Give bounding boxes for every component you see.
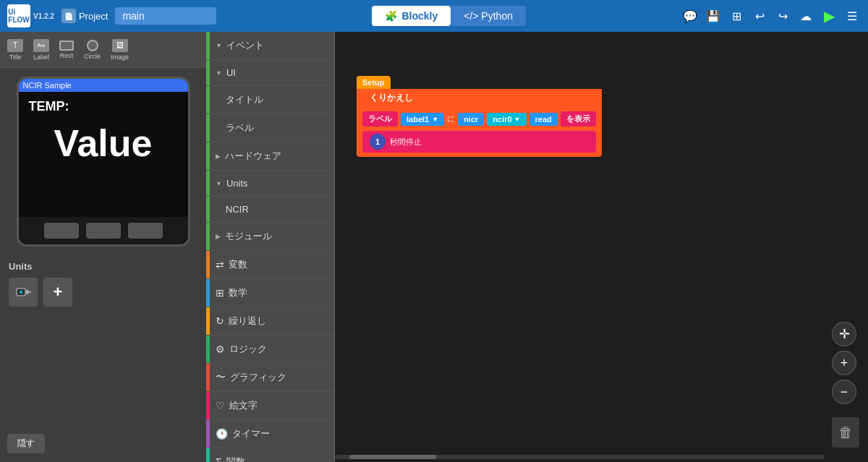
main-canvas: Setup くりかえし ラベル label1 ▼ に nicr ncir0 xyxy=(335,32,868,462)
label-pill[interactable]: ラベル xyxy=(362,111,398,127)
zoom-in-button[interactable]: + xyxy=(832,351,856,375)
block-item-ui[interactable]: ▼ UI xyxy=(210,60,334,85)
block-item-event[interactable]: ▼ イベント xyxy=(210,32,334,59)
svg-rect-4 xyxy=(29,291,31,293)
device-title-bar: NCIR Sample xyxy=(19,79,188,92)
tab-switcher: 🧩 Blockly </> Python xyxy=(224,6,674,26)
tool-title[interactable]: T Title xyxy=(7,39,23,61)
display-pill[interactable]: を表示 xyxy=(561,111,596,127)
wait-block[interactable]: 1 秒間停止 xyxy=(362,131,596,153)
nicr-pill[interactable]: nicr xyxy=(458,113,484,126)
device-btn-2 xyxy=(86,223,121,239)
block-row-module: ▶ モジュール xyxy=(206,223,334,251)
tool-label-label: Label xyxy=(33,54,49,61)
block-row-graphic: 〜 グラフィック xyxy=(206,364,334,392)
ncir0-pill[interactable]: ncir0 ▼ xyxy=(487,113,526,126)
block-row-label: ラベル xyxy=(206,114,334,142)
block-item-label[interactable]: ラベル xyxy=(210,114,334,142)
undo-icon[interactable]: ↩ xyxy=(751,7,768,25)
setup-label: Setup xyxy=(357,76,391,89)
toolbar: T Title Aa Label Rect Circle 🖼 Image xyxy=(0,32,206,68)
tool-rect[interactable]: Rect xyxy=(59,40,74,59)
tool-image[interactable]: 🖼 Image xyxy=(111,39,129,61)
canvas-scroll-thumb xyxy=(349,455,436,459)
grid-icon[interactable]: ⊞ xyxy=(728,7,745,25)
project-button[interactable]: 📄 Project xyxy=(61,9,108,23)
block-row-ncir: NCIR xyxy=(206,197,334,223)
block-row-loop: ↻ 繰り返し xyxy=(206,307,334,335)
block-item-loop[interactable]: ↻ 繰り返し xyxy=(210,307,334,335)
zoom-out-button[interactable]: − xyxy=(832,380,856,404)
block-item-graphic[interactable]: 〜 グラフィック xyxy=(210,364,334,391)
wait-text: 秒間停止 xyxy=(390,137,422,147)
tab-python[interactable]: </> Python xyxy=(451,6,526,26)
tab-blockly[interactable]: 🧩 Blockly xyxy=(372,6,451,26)
play-button[interactable]: ▶ xyxy=(820,7,838,25)
chat-icon[interactable]: 💬 xyxy=(681,7,699,25)
block-row-func: Σ 関数 xyxy=(206,448,334,462)
main-input[interactable] xyxy=(115,7,216,25)
ncir-unit-icon[interactable] xyxy=(9,278,38,307)
block-item-timer[interactable]: 🕐 タイマー xyxy=(210,420,334,448)
device-btn-3 xyxy=(128,223,163,239)
canvas-blocks: Setup くりかえし ラベル label1 ▼ に nicr ncir0 xyxy=(357,75,602,157)
block-row-var: ⇄ 変数 xyxy=(206,251,334,279)
units-label: Units xyxy=(9,261,197,272)
add-unit-button[interactable]: + xyxy=(43,278,72,307)
label1-pill[interactable]: label1 ▼ xyxy=(401,113,444,126)
blockly-label: Blockly xyxy=(401,10,438,22)
label-icon: Aa xyxy=(33,39,49,52)
svg-rect-3 xyxy=(26,290,29,294)
python-label: </> Python xyxy=(464,10,513,22)
tool-circle[interactable]: Circle xyxy=(84,40,101,60)
canvas-scrollbar[interactable] xyxy=(335,455,825,459)
block-row-units: ▼ Units xyxy=(206,171,334,197)
block-item-var[interactable]: ⇄ 変数 xyxy=(210,251,334,278)
block-item-func[interactable]: Σ 関数 xyxy=(210,448,334,462)
block-item-hw[interactable]: ▶ ハードウェア xyxy=(210,142,334,170)
setup-block[interactable]: Setup xyxy=(357,75,391,89)
trash-area[interactable]: 🗑 xyxy=(832,417,859,448)
ni-text: に xyxy=(447,114,455,124)
puzzle-icon: 🧩 xyxy=(385,10,397,22)
block-item-title[interactable]: タイトル xyxy=(210,86,334,114)
zoom-in-icon: + xyxy=(841,356,848,371)
tool-rect-label: Rect xyxy=(60,52,74,59)
block-item-emoji[interactable]: ♡ 絵文字 xyxy=(210,392,334,419)
svg-point-2 xyxy=(20,291,22,294)
wait-num[interactable]: 1 xyxy=(370,134,386,150)
save-icon[interactable]: 💾 xyxy=(705,7,722,25)
device-buttons xyxy=(19,217,188,244)
circle-icon xyxy=(87,40,98,51)
block-item-units[interactable]: ▼ Units xyxy=(210,171,334,196)
block-item-ncir[interactable]: NCIR xyxy=(210,197,334,222)
block-row-math: ⊞ 数学 xyxy=(206,279,334,307)
block-row-emoji: ♡ 絵文字 xyxy=(206,392,334,420)
block-item-module[interactable]: ▶ モジュール xyxy=(210,223,334,250)
block-item-logic[interactable]: ⚙ ロジック xyxy=(210,335,334,363)
menu-icon[interactable]: ☰ xyxy=(843,7,861,25)
loop-container[interactable]: くりかえし ラベル label1 ▼ に nicr ncir0 ▼ read xyxy=(357,89,602,157)
tool-label[interactable]: Aa Label xyxy=(33,39,49,61)
image-icon: 🖼 xyxy=(112,39,128,52)
block-row-ui: ▼ UI xyxy=(206,60,334,86)
side-indicator xyxy=(17,137,17,158)
left-panel: T Title Aa Label Rect Circle 🖼 Image NCI… xyxy=(0,32,206,462)
block-row-title: タイトル xyxy=(206,86,334,114)
redo-icon[interactable]: ↪ xyxy=(774,7,791,25)
units-section: Units + xyxy=(0,255,206,312)
hide-button[interactable]: 隠す xyxy=(7,434,45,453)
read-pill[interactable]: read xyxy=(529,113,558,126)
add-icon: + xyxy=(54,283,63,301)
cloud-icon[interactable]: ☁ xyxy=(797,7,814,25)
tool-image-label: Image xyxy=(111,54,129,61)
block-row-timer: 🕐 タイマー xyxy=(206,420,334,448)
zoom-out-icon: − xyxy=(841,385,848,400)
block-item-math[interactable]: ⊞ 数学 xyxy=(210,279,334,307)
top-bar: UiFLOW V1.2.2 📄 Project 🧩 Blockly </> Py… xyxy=(0,0,868,32)
navigate-control[interactable]: ✛ xyxy=(832,322,856,346)
block-row-hw: ▶ ハードウェア xyxy=(206,142,334,171)
block-panel: ▼ イベント ▼ UI タイトル ラベル ▶ ハードウェア ▼ xyxy=(206,32,335,462)
loop-header: くりかえし xyxy=(362,89,596,107)
device-value-display: Value xyxy=(29,121,178,165)
